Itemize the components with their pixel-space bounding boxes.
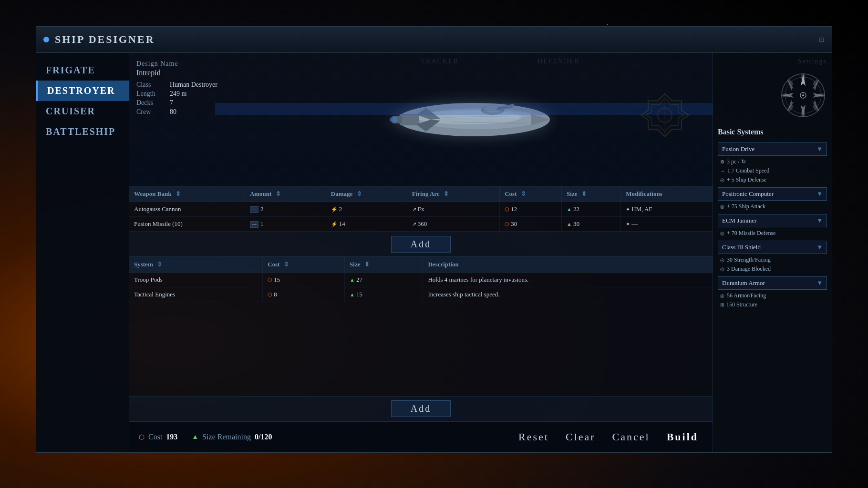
footer-size-section: ▲ Size Remaining 0/120 xyxy=(192,433,272,441)
system-row[interactable]: Troop Pods ⬡15 ▲27 Holds 4 marines for p… xyxy=(129,273,713,287)
sidebar-item-destroyer[interactable]: Destroyer xyxy=(36,81,129,101)
cost-value: 193 xyxy=(166,433,177,441)
resize-icon[interactable]: ⊡ xyxy=(819,36,825,44)
weapon-bank-table: Weapon Bank ⇕ Amount ⇕ Damage ⇕ Firing A… xyxy=(129,186,713,232)
stat-row-decks: Decks 7 xyxy=(136,99,217,107)
system-dropdown-label: ECM Jammer xyxy=(722,217,757,224)
system-dropdown[interactable]: Class III Shield▼ xyxy=(718,241,827,254)
col-description[interactable]: Description xyxy=(423,257,713,273)
reset-button[interactable]: Reset xyxy=(514,428,554,446)
weapon-name: Autogauss Cannon xyxy=(129,202,245,217)
size-icon: ▲ xyxy=(192,433,198,441)
size-value: 0/120 xyxy=(255,433,272,441)
weapon-modifications: ✦HM, AF xyxy=(621,202,713,217)
cancel-button[interactable]: Cancel xyxy=(608,428,655,446)
system-dropdown[interactable]: ECM Jammer▼ xyxy=(718,214,827,227)
weapon-sections: Weapon Bank ⇕ Amount ⇕ Damage ⇕ Firing A… xyxy=(129,186,713,421)
stat-icon: ◎ xyxy=(720,231,724,236)
col-weapon-bank[interactable]: Weapon Bank ⇕ xyxy=(129,186,245,202)
system-stat: ◎+ 75 Ship Attack xyxy=(718,202,827,211)
dropdown-arrow: ▼ xyxy=(816,217,823,224)
stat-text: 3 pc / ↻ xyxy=(727,158,746,165)
main-content: Tracker Defender Design Name Intrepid Cl… xyxy=(129,53,713,452)
system-dropdown-label: Duranium Armor xyxy=(722,279,765,287)
basic-systems-title: Basic Systems xyxy=(718,128,827,136)
footer-buttons: Reset Clear Cancel Build xyxy=(514,428,703,446)
stat-icon: ◎ xyxy=(720,204,724,209)
stat-text: 56 Armor/Facing xyxy=(727,292,766,299)
col-cost[interactable]: Cost ⇕ xyxy=(500,186,562,202)
weapon-modifications: ✦— xyxy=(621,217,713,232)
system-block: ECM Jammer▼◎+ 70 Missile Defense xyxy=(718,214,827,238)
weapon-firing-arc: ↗360 xyxy=(407,217,499,232)
title-dot xyxy=(43,37,49,42)
system-stat: ◎56 Armor/Facing xyxy=(718,291,827,300)
decks-label: Decks xyxy=(136,99,165,107)
system-name: Troop Pods xyxy=(129,273,263,287)
system-cost: ⬡8 xyxy=(263,287,345,302)
build-button[interactable]: Build xyxy=(662,428,703,446)
weapon-add-button[interactable]: Add xyxy=(391,236,451,253)
svg-point-32 xyxy=(802,94,804,96)
system-stat: ⊞150 Structure xyxy=(718,300,827,309)
col-sys-size[interactable]: Size ⇕ xyxy=(345,257,423,273)
system-dropdown[interactable]: Fusion Drive▼ xyxy=(718,142,827,156)
col-size[interactable]: Size ⇕ xyxy=(562,186,621,202)
svg-rect-4 xyxy=(400,114,419,125)
weapon-firing-arc: ↗Fx xyxy=(407,202,499,217)
amount-minus[interactable]: — xyxy=(250,206,258,213)
stat-icon: → xyxy=(720,168,725,173)
system-dropdown-label: Positronic Computer xyxy=(722,190,774,198)
systems-add-row: Add xyxy=(129,396,713,421)
col-damage[interactable]: Damage ⇕ xyxy=(326,186,407,202)
stat-text: 3 Damage Blocked xyxy=(727,265,771,273)
col-system[interactable]: System ⇕ xyxy=(129,257,263,273)
systems-table: System ⇕ Cost ⇕ Size ⇕ Description Troop… xyxy=(129,257,713,302)
stat-row-crew: Crew 80 xyxy=(136,108,217,116)
system-description: Increases ship tactical speed. xyxy=(423,287,713,302)
stat-text: 30 Strength/Facing xyxy=(727,256,771,264)
weapon-size: ▲30 xyxy=(562,217,621,232)
col-amount[interactable]: Amount ⇕ xyxy=(245,186,326,202)
dropdown-arrow: ▼ xyxy=(816,145,823,153)
system-dropdown-label: Class III Shield xyxy=(722,244,761,251)
stat-row-length: Length 249 m xyxy=(136,90,217,98)
system-size: ▲27 xyxy=(345,273,423,287)
col-modifications[interactable]: Modifications xyxy=(621,186,713,202)
ship-preview-area: Tracker Defender Design Name Intrepid Cl… xyxy=(129,53,713,186)
stat-icon: ◎ xyxy=(720,177,724,183)
weapon-row[interactable]: Fusion Missile (10) —1 ⚡14 ↗360 ⬡30 ▲30 … xyxy=(129,217,713,232)
amount-minus[interactable]: — xyxy=(250,221,258,228)
ship-class-sidebar: Frigate Destroyer Cruiser Battleship xyxy=(36,53,129,452)
system-stat: ◎+ 70 Missile Defense xyxy=(718,229,827,238)
weapon-amount: —1 xyxy=(245,217,326,232)
system-dropdown[interactable]: Duranium Armor▼ xyxy=(718,276,827,290)
svg-point-37 xyxy=(801,110,805,117)
col-firing-arc[interactable]: Firing Arc ⇕ xyxy=(407,186,499,202)
weapon-row[interactable]: Autogauss Cannon —2 ⚡2 ↗Fx ⬡12 ▲22 ✦HM, … xyxy=(129,202,713,217)
dropdown-arrow: ▼ xyxy=(816,190,823,198)
system-block: Positronic Computer▼◎+ 75 Ship Attack xyxy=(718,187,827,211)
ship-stats: Class Human Destroyer Length 249 m Decks… xyxy=(136,81,217,116)
system-dropdown[interactable]: Positronic Computer▼ xyxy=(718,187,827,201)
content-area: Frigate Destroyer Cruiser Battleship Tra… xyxy=(36,53,832,452)
right-panel: Settings xyxy=(713,53,832,452)
system-stat: ◎30 Strength/Facing xyxy=(718,255,827,264)
length-value: 249 m xyxy=(170,90,186,98)
window-title: Ship Designer xyxy=(55,33,155,46)
weapon-cost: ⬡30 xyxy=(500,217,562,232)
system-stat: ◎3 Damage Blocked xyxy=(718,264,827,274)
clear-button[interactable]: Clear xyxy=(561,428,600,446)
systems-add-button[interactable]: Add xyxy=(391,400,451,417)
dropdown-arrow: ▼ xyxy=(816,279,823,287)
stat-row-class: Class Human Destroyer xyxy=(136,81,217,89)
stat-icon: ⊞ xyxy=(720,302,724,307)
system-row[interactable]: Tactical Engines ⬡8 ▲15 Increases ship t… xyxy=(129,287,713,302)
sidebar-item-frigate[interactable]: Frigate xyxy=(36,60,129,81)
sidebar-item-cruiser[interactable]: Cruiser xyxy=(36,101,129,122)
design-info: Design Name Intrepid Class Human Destroy… xyxy=(136,60,217,117)
systems-table-wrap: System ⇕ Cost ⇕ Size ⇕ Description Troop… xyxy=(129,257,713,396)
compass-container xyxy=(718,71,827,119)
sidebar-item-battleship[interactable]: Battleship xyxy=(36,122,129,142)
col-sys-cost[interactable]: Cost ⇕ xyxy=(263,257,345,273)
